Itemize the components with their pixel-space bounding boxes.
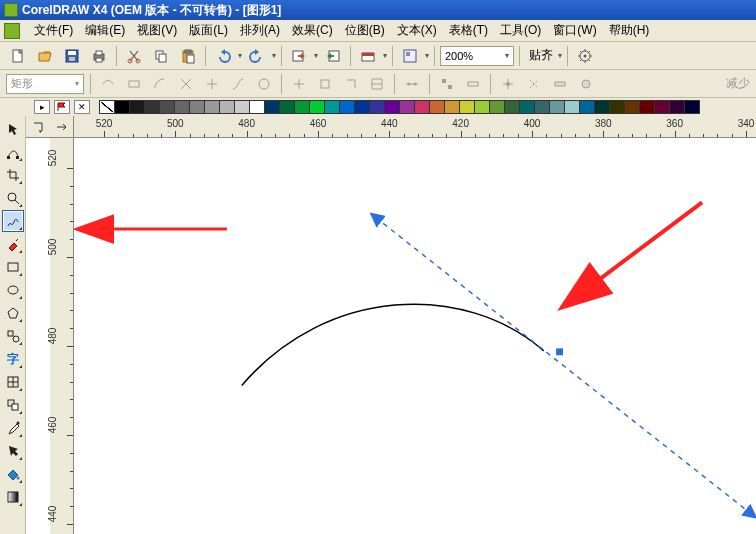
snap-label[interactable]: 贴齐 — [525, 47, 557, 64]
play-button[interactable]: ▸ — [34, 100, 50, 114]
zoom-tool[interactable] — [2, 187, 24, 209]
canvas[interactable] — [74, 138, 756, 534]
app-launcher-button[interactable] — [398, 45, 422, 67]
basic-shapes-tool[interactable] — [2, 325, 24, 347]
fill-tool[interactable] — [2, 463, 24, 485]
menu-view[interactable]: 视图(V) — [131, 20, 183, 41]
color-swatch[interactable] — [204, 100, 220, 114]
color-swatch[interactable] — [399, 100, 415, 114]
outline-tool[interactable] — [2, 440, 24, 462]
print-button[interactable] — [87, 45, 111, 67]
chevron-down-icon[interactable]: ▾ — [558, 51, 562, 60]
polygon-tool[interactable] — [2, 302, 24, 324]
undo-arrow-icon[interactable]: ▾ — [238, 51, 242, 60]
ruler-horizontal[interactable]: 520500480460440420400380360340 — [74, 116, 756, 138]
menu-layout[interactable]: 版面(L) — [183, 20, 234, 41]
ruler-vertical[interactable]: 520500480460440 — [50, 138, 74, 534]
prop-btn-12[interactable] — [401, 73, 423, 95]
eyedropper-tool[interactable] — [2, 417, 24, 439]
smartfill-tool[interactable] — [2, 233, 24, 255]
color-swatch[interactable] — [564, 100, 580, 114]
flag-button[interactable] — [54, 100, 70, 114]
shape-tool[interactable] — [2, 141, 24, 163]
curve-path[interactable] — [242, 304, 544, 385]
prop-btn-15[interactable] — [497, 73, 519, 95]
cut-button[interactable] — [122, 45, 146, 67]
color-swatch[interactable] — [639, 100, 655, 114]
color-swatch[interactable] — [669, 100, 685, 114]
menu-file[interactable]: 文件(F) — [28, 20, 79, 41]
prop-btn-11[interactable] — [366, 73, 388, 95]
zoom-dropdown[interactable]: 200% ▾ — [440, 46, 514, 66]
prop-btn-6[interactable] — [227, 73, 249, 95]
close-doc-button[interactable]: ✕ — [74, 100, 90, 114]
color-swatch[interactable] — [324, 100, 340, 114]
paste-button[interactable] — [176, 45, 200, 67]
new-button[interactable] — [6, 45, 30, 67]
color-swatch[interactable] — [159, 100, 175, 114]
import-button[interactable] — [287, 45, 311, 67]
publish-pdf-button[interactable] — [356, 45, 380, 67]
curve-node[interactable] — [556, 348, 564, 356]
ellipse-tool[interactable] — [2, 279, 24, 301]
color-swatch[interactable] — [414, 100, 430, 114]
color-swatch[interactable] — [534, 100, 550, 114]
interactive-tool[interactable] — [2, 394, 24, 416]
dropdown-arrow-icon[interactable]: ▾ — [425, 51, 429, 60]
options-button[interactable] — [573, 45, 597, 67]
prop-btn-5[interactable] — [201, 73, 223, 95]
color-swatch[interactable] — [129, 100, 145, 114]
copy-button[interactable] — [149, 45, 173, 67]
color-swatch[interactable] — [474, 100, 490, 114]
dropdown-arrow-icon[interactable]: ▾ — [314, 51, 318, 60]
freehand-tool[interactable] — [2, 210, 24, 232]
interactive-fill-tool[interactable] — [2, 486, 24, 508]
color-swatch[interactable] — [459, 100, 475, 114]
prop-btn-17[interactable] — [549, 73, 571, 95]
prop-btn-9[interactable] — [314, 73, 336, 95]
color-swatch[interactable] — [429, 100, 445, 114]
color-swatch[interactable] — [369, 100, 385, 114]
color-swatch[interactable] — [609, 100, 625, 114]
color-swatch[interactable] — [384, 100, 400, 114]
color-swatch[interactable] — [264, 100, 280, 114]
color-swatch[interactable] — [279, 100, 295, 114]
color-swatch[interactable] — [309, 100, 325, 114]
undo-button[interactable] — [211, 45, 235, 67]
pick-tool[interactable] — [2, 118, 24, 140]
rectangle-tool[interactable] — [2, 256, 24, 278]
color-swatch[interactable] — [519, 100, 535, 114]
crop-tool[interactable] — [2, 164, 24, 186]
text-tool[interactable]: 字 — [2, 348, 24, 370]
menu-text[interactable]: 文本(X) — [391, 20, 443, 41]
shape-select[interactable]: 矩形 ▾ — [6, 74, 84, 94]
prop-btn-1[interactable] — [97, 73, 119, 95]
redo-arrow-icon[interactable]: ▾ — [272, 51, 276, 60]
menu-edit[interactable]: 编辑(E) — [79, 20, 131, 41]
dropdown-arrow-icon[interactable]: ▾ — [383, 51, 387, 60]
menu-table[interactable]: 表格(T) — [443, 20, 494, 41]
prop-btn-7[interactable] — [253, 73, 275, 95]
tangent-handle[interactable] — [375, 217, 751, 514]
color-swatch[interactable] — [489, 100, 505, 114]
menu-arrange[interactable]: 排列(A) — [234, 20, 286, 41]
menu-effects[interactable]: 效果(C) — [286, 20, 339, 41]
color-swatch[interactable] — [624, 100, 640, 114]
save-button[interactable] — [60, 45, 84, 67]
prop-btn-14[interactable] — [462, 73, 484, 95]
no-color-swatch[interactable] — [99, 100, 115, 114]
color-swatch[interactable] — [444, 100, 460, 114]
color-swatch[interactable] — [249, 100, 265, 114]
color-swatch[interactable] — [654, 100, 670, 114]
prop-btn-13[interactable] — [436, 73, 458, 95]
color-swatch[interactable] — [294, 100, 310, 114]
open-button[interactable] — [33, 45, 57, 67]
color-swatch[interactable] — [504, 100, 520, 114]
color-swatch[interactable] — [114, 100, 130, 114]
menu-bitmap[interactable]: 位图(B) — [339, 20, 391, 41]
prop-btn-18[interactable] — [575, 73, 597, 95]
prop-btn-10[interactable] — [340, 73, 362, 95]
color-swatch[interactable] — [174, 100, 190, 114]
menu-window[interactable]: 窗口(W) — [547, 20, 602, 41]
prop-btn-3[interactable] — [149, 73, 171, 95]
